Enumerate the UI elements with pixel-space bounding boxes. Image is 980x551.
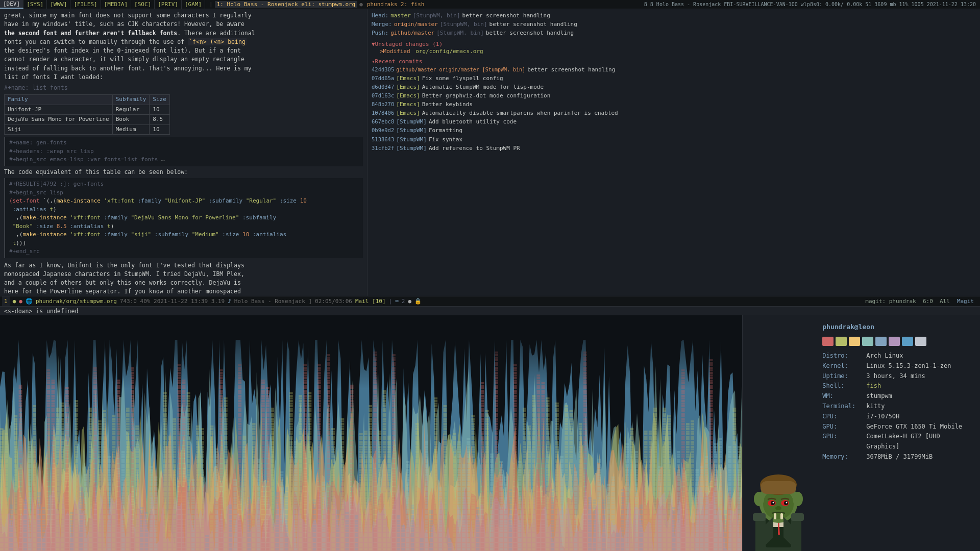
music-time: 02:05/03:06 — [315, 298, 352, 305]
commit-5[interactable]: 848b270 [Emacs] Better keybinds — [372, 100, 976, 109]
code-block-1: #+name: gen-fonts #+headers: :wrap src l… — [4, 137, 363, 166]
music-icon: ♪ — [228, 298, 231, 305]
org-content: great, since my main font does not suppo… — [0, 9, 367, 296]
magit-unstaged-section: ▼Unstaged changes (1) >Modified org/conf… — [372, 40, 976, 55]
distro-label: Distro: — [822, 351, 863, 361]
tag-soc[interactable]: [SOC] — [131, 0, 155, 9]
commit-1[interactable]: 424d305 github/master origin/master [Stu… — [372, 65, 976, 74]
globe-icon: 🌐 — [26, 298, 33, 305]
cpu-label: CPU: — [822, 412, 863, 422]
window-1[interactable]: 1: Holo Bass - Rosenjack eli: stumpwm.or… — [215, 1, 358, 8]
swatch-white — [915, 337, 926, 346]
kernel-val: Linux 5.15.3-zen1-1-zen — [866, 361, 951, 371]
swatch-lightblue — [902, 337, 913, 346]
col-family: Family — [5, 95, 113, 105]
svg-rect-22 — [753, 513, 766, 521]
kernel-label: Kernel: — [822, 361, 863, 371]
buffer-path: phundrak/org/stumpwm.org — [36, 298, 117, 305]
svg-rect-19 — [780, 513, 783, 519]
gpu-label: GPU: — [822, 422, 863, 432]
top-bar: [DEV] [SYS] [WWW] [FILES] [MEDIA] [SOC] … — [0, 0, 980, 9]
magit-label: Magit — [953, 298, 978, 305]
tag-dev[interactable]: [DEV] — [0, 0, 23, 9]
fonts-table: Family Subfamily Size Unifont-JP Regular… — [4, 94, 170, 135]
commit-10[interactable]: 31cfb2f [StumpWM] Add reference to Stump… — [372, 144, 976, 153]
wm-row: WM: stumpwm — [822, 391, 972, 402]
unstaged-header[interactable]: ▼Unstaged changes (1) — [372, 40, 976, 48]
svg-point-8 — [793, 492, 803, 506]
main-content: great, since my main font does not suppo… — [0, 9, 980, 296]
tag-priv[interactable]: [PRIV] — [155, 0, 182, 9]
gpu2-label: GPU: — [822, 432, 863, 452]
window-2[interactable]: phundraks 2: fish — [365, 1, 427, 8]
cpu-row: CPU: i7-10750H — [822, 412, 972, 422]
uptime-row: Uptime: 3 hours, 34 mins — [822, 371, 972, 382]
avatar-section — [743, 315, 814, 551]
workspace-tags: [DEV] [SYS] [WWW] [FILES] [MEDIA] [SOC] … — [0, 0, 205, 9]
para-3: As far as I know, Unifont is the only fo… — [4, 261, 363, 296]
para-1: great, since my main font does not suppo… — [4, 11, 363, 82]
wm-label: WM: — [822, 391, 863, 402]
unstaged-file[interactable]: >Modified org/config/emacs.org — [372, 48, 976, 55]
tag-gam[interactable]: [GAM] — [182, 0, 205, 9]
terminal-val: kitty — [866, 402, 885, 412]
uptime-label: Uptime: — [822, 371, 863, 382]
status-indicator: ● — [13, 298, 16, 305]
commit-8[interactable]: 0b9e9d2 [StumpWM] Formatting — [372, 126, 976, 135]
buffer-pos: 743:0 40% 2021-11-22 13:39 3.19 — [120, 298, 225, 305]
col-subfamily: Subfamily — [112, 95, 150, 105]
commit-3[interactable]: d6d0347 [Emacs] Automatic StumpWM mode f… — [372, 83, 976, 91]
swatch-cyan — [862, 337, 873, 346]
swatch-blue — [875, 337, 887, 346]
memory-label: Memory: — [822, 452, 863, 462]
topbar-stats: 8 8 Holo Bass - Rosenjack FBI-SURVEILLAN… — [644, 2, 976, 7]
table-row: Unifont-JP Regular 10 — [5, 105, 170, 115]
terminal-row: Terminal: kitty — [822, 402, 972, 412]
tag-www[interactable]: [WWW] — [47, 0, 70, 9]
mini-buffer-text: <s-down> is undefined — [4, 308, 78, 315]
svg-point-17 — [775, 506, 781, 510]
mail-info: Mail [10] — [355, 298, 386, 305]
commit-4[interactable]: 07d163c [Emacs] Better graphviz-dot mode… — [372, 91, 976, 100]
svg-point-15 — [773, 502, 774, 504]
swatch-green — [836, 337, 847, 346]
commit-9[interactable]: 5138643 [StumpWM] Fix syntax — [372, 135, 976, 144]
tag-sys[interactable]: [SYS] — [23, 0, 47, 9]
table-section: #+name: list-fonts Family Subfamily Size… — [4, 84, 363, 135]
swatch-magenta — [889, 337, 900, 346]
gpu2-val: CometLake-H GT2 [UHD Graphics] — [866, 432, 972, 452]
kernel-row: Kernel: Linux 5.15.3-zen1-1-zen — [822, 361, 972, 371]
org-buffer: great, since my main font does not suppo… — [0, 9, 368, 296]
shell-row: Shell: fish — [822, 381, 972, 391]
commit-7[interactable]: 667ebc8 [StumpWM] Add bluetooth utility … — [372, 117, 976, 126]
magit-recent-commits: ▾Recent commits 424d305 github/master or… — [372, 58, 976, 152]
music-info: Holo Bass - Rosenjack ] — [234, 298, 312, 305]
commit-2[interactable]: 07dd65a [Emacs] Fix some flyspell config — [372, 74, 976, 83]
status-indicator2: ● — [19, 298, 22, 305]
gpu2-row: GPU: CometLake-H GT2 [UHD Graphics] — [822, 432, 972, 452]
recent-commits-header[interactable]: ▾Recent commits — [372, 58, 976, 65]
table-row: DejaVu Sans Mono for Powerline Book 8.5 — [5, 115, 170, 125]
magit-status: magit: phundrak 6:0 All — [865, 298, 950, 305]
shell-val: fish — [866, 381, 881, 391]
tag-media[interactable]: [MEDIA] — [101, 0, 131, 9]
memory-row: Memory: 3678MiB / 31799MiB — [822, 452, 972, 462]
commit-6[interactable]: 1078406 [Emacs] Automatically disable sm… — [372, 109, 976, 117]
gpu-row: GPU: GeForce GTX 1650 Ti Mobile — [822, 422, 972, 432]
topbar-right: 8 8 Holo Bass - Rosenjack FBI-SURVEILLAN… — [640, 2, 980, 7]
swatch-yellow — [849, 337, 860, 346]
kbd-indicator: ⌨ — [395, 298, 399, 305]
window-list: | 1: Holo Bass - Rosenjack eli: stumpwm.… — [205, 1, 640, 8]
info-panel: phundrak@leon Distro: Arch Linux Kernel:… — [742, 315, 980, 551]
magit-panel: Head: master [StumpWM, bin] better scree… — [368, 9, 980, 296]
col-size: Size — [150, 95, 170, 105]
distro-val: Arch Linux — [866, 351, 903, 361]
svg-point-16 — [786, 502, 788, 504]
terminal-label: Terminal: — [822, 402, 863, 412]
color-swatches — [822, 337, 972, 346]
memory-val: 3678MiB / 31799MiB — [866, 452, 933, 462]
svg-rect-23 — [791, 513, 804, 521]
system-info-panel: phundrak@leon Distro: Arch Linux Kernel:… — [814, 315, 980, 551]
tag-files[interactable]: [FILES] — [70, 0, 101, 9]
username: phundrak@leon — [822, 321, 972, 333]
